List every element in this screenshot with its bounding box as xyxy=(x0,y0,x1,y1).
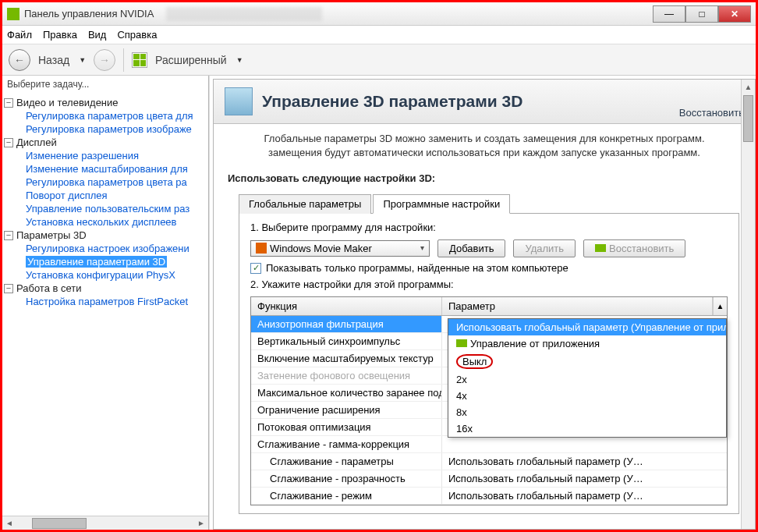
cell-function: Затенение фонового освещения xyxy=(251,367,442,384)
tree-group[interactable]: −Видео и телевидение xyxy=(4,96,207,109)
scroll-thumb[interactable] xyxy=(743,95,753,142)
scroll-up-icon[interactable]: ▲ xyxy=(742,80,755,94)
menu-bar: Файл Правка Вид Справка xyxy=(2,26,756,44)
parameter-dropdown[interactable]: Использовать глобальный параметр (Управл… xyxy=(448,318,727,438)
dropdown-item[interactable]: Управление от приложения xyxy=(448,335,726,352)
program-combo[interactable]: Windows Movie Maker xyxy=(250,240,430,257)
close-button[interactable]: ✕ xyxy=(718,5,751,23)
tree-item[interactable]: Регулировка параметров цвета для xyxy=(26,109,207,122)
table-row[interactable]: Сглаживание - гамма-коррекция xyxy=(251,436,727,453)
scroll-left-icon[interactable]: ◄ xyxy=(2,517,16,530)
toolbar: ← Назад ▼ → Расширенный ▼ xyxy=(2,44,756,76)
cell-function: Сглаживание - прозрачность xyxy=(251,470,442,487)
cell-function: Вертикальный синхроимпульс xyxy=(251,333,442,349)
task-tree: −Видео и телевидениеРегулировка параметр… xyxy=(2,93,208,516)
menu-view[interactable]: Вид xyxy=(88,29,107,41)
tree-item[interactable]: Установка нескольких дисплеев xyxy=(26,215,207,229)
tab-program[interactable]: Программные настройки xyxy=(373,194,510,214)
tree-item[interactable]: Регулировка настроек изображени xyxy=(26,242,207,255)
tabs: Глобальные параметры Программные настрой… xyxy=(239,193,739,514)
cell-function: Сглаживание - режим xyxy=(251,488,442,504)
col-parameter[interactable]: Параметр xyxy=(442,297,713,315)
minus-icon[interactable]: − xyxy=(4,98,13,108)
scroll-right-icon[interactable]: ► xyxy=(194,517,208,530)
show-only-found-checkbox[interactable]: ✓ xyxy=(250,263,261,274)
back-dropdown-icon[interactable]: ▼ xyxy=(79,56,86,64)
table-row[interactable]: Сглаживание - режимИспользовать глобальн… xyxy=(251,488,727,505)
tab-global[interactable]: Глобальные параметры xyxy=(239,194,371,214)
minus-icon[interactable]: − xyxy=(4,284,13,293)
step1-label: 1. Выберите программу для настройки: xyxy=(250,222,728,233)
title-bar: Панель управления NVIDIA — □ ✕ xyxy=(2,2,756,26)
tree-item[interactable]: Управление параметрами 3D xyxy=(26,255,207,268)
tree-item[interactable]: Изменение масштабирования для xyxy=(26,162,207,176)
cell-function: Анизотропная фильтрация xyxy=(251,316,442,332)
forward-button[interactable]: → xyxy=(94,49,115,71)
add-button[interactable]: Добавить xyxy=(437,239,505,257)
remove-button[interactable]: Удалить xyxy=(513,239,576,257)
menu-edit[interactable]: Правка xyxy=(43,29,77,41)
step2-label: 2. Укажите настройки для этой программы: xyxy=(250,278,728,290)
tree-group-label: Параметры 3D xyxy=(16,229,87,241)
maximize-button[interactable]: □ xyxy=(685,5,718,23)
tab-content: 1. Выберите программу для настройки: Win… xyxy=(239,214,739,514)
main-area: Выберите задачу... −Видео и телевидениеР… xyxy=(2,76,756,530)
dropdown-item[interactable]: 16x xyxy=(448,420,726,437)
sidebar-hscroll[interactable]: ◄ ► xyxy=(2,516,208,530)
window-title: Панель управления NVIDIA xyxy=(24,8,154,20)
tree-group[interactable]: −Дисплей xyxy=(4,136,207,149)
tree-item[interactable]: Установка конфигурации PhysX xyxy=(26,268,207,282)
tree-group[interactable]: −Параметры 3D xyxy=(4,229,207,242)
minimize-button[interactable]: — xyxy=(653,5,685,23)
minus-icon[interactable]: − xyxy=(4,138,13,147)
cell-function: Включение масштабируемых текстур xyxy=(251,350,442,367)
col-function[interactable]: Функция xyxy=(251,297,442,315)
table-row[interactable]: Сглаживание - прозрачностьИспользовать г… xyxy=(251,470,727,488)
content-vscroll[interactable]: ▲ xyxy=(741,80,755,529)
menu-file[interactable]: Файл xyxy=(7,29,32,41)
restore-button[interactable]: Восстановить xyxy=(583,239,685,257)
menu-help[interactable]: Справка xyxy=(117,29,157,41)
cell-parameter[interactable]: Использовать глобальный параметр (У… xyxy=(442,470,727,487)
tree-group-label: Видео и телевидение xyxy=(16,97,119,108)
page-icon xyxy=(225,87,253,115)
tree-item[interactable]: Управление пользовательским раз xyxy=(26,202,207,215)
cell-parameter[interactable] xyxy=(442,436,727,452)
scroll-thumb[interactable] xyxy=(32,518,87,529)
sidebar: Выберите задачу... −Видео и телевидениеР… xyxy=(2,76,209,530)
program-icon xyxy=(256,243,267,254)
dropdown-item[interactable]: Использовать глобальный параметр (Управл… xyxy=(448,319,726,335)
dropdown-item[interactable]: 2x xyxy=(448,371,726,388)
tree-item[interactable]: Регулировка параметров цвета ра xyxy=(26,176,207,189)
dropdown-item[interactable]: 8x xyxy=(448,404,726,420)
separator xyxy=(123,48,124,72)
table-row[interactable]: Сглаживание - параметрыИспользовать глоб… xyxy=(251,453,727,470)
page-header: Управление 3D параметрами 3D Восстановит… xyxy=(214,80,755,124)
cell-function: Сглаживание - гамма-коррекция xyxy=(251,436,442,452)
cell-function: Потоковая оптимизация xyxy=(251,419,442,435)
nvidia-icon xyxy=(7,8,19,20)
restore-link[interactable]: Восстановить xyxy=(679,107,744,119)
view-mode-dropdown-icon[interactable]: ▼ xyxy=(236,56,243,64)
tree-item[interactable]: Настройка параметров FirstPacket xyxy=(26,295,207,308)
cell-function: Максимальное количество заранее под… xyxy=(251,385,442,401)
blurred-subtitle xyxy=(166,7,322,21)
tree-group[interactable]: −Работа в сети xyxy=(4,282,207,295)
cell-parameter[interactable]: Использовать глобальный параметр (У… xyxy=(442,453,727,470)
back-button[interactable]: ← xyxy=(9,49,30,71)
scroll-up-icon[interactable]: ▲ xyxy=(713,297,727,315)
view-mode-icon[interactable] xyxy=(132,52,147,68)
tree-item[interactable]: Поворот дисплея xyxy=(26,189,207,202)
minus-icon[interactable]: − xyxy=(4,231,13,240)
page-description: Глобальные параметры 3D можно заменить и… xyxy=(214,124,755,168)
settings-heading: Использовать следующие настройки 3D: xyxy=(214,168,755,189)
tree-item[interactable]: Изменение разрешения xyxy=(26,149,207,162)
tree-item[interactable]: Регулировка параметров изображе xyxy=(26,122,207,136)
nvidia-icon xyxy=(456,339,467,347)
settings-table: Функция Параметр ▲ Анизотропная фильтрац… xyxy=(250,296,728,505)
content-panel: Управление 3D параметрами 3D Восстановит… xyxy=(209,76,756,530)
cell-parameter[interactable]: Использовать глобальный параметр (У… xyxy=(442,488,727,504)
dropdown-item[interactable]: Выкл xyxy=(448,352,726,371)
dropdown-item[interactable]: 4x xyxy=(448,388,726,404)
view-mode-label[interactable]: Расширенный xyxy=(155,54,227,66)
